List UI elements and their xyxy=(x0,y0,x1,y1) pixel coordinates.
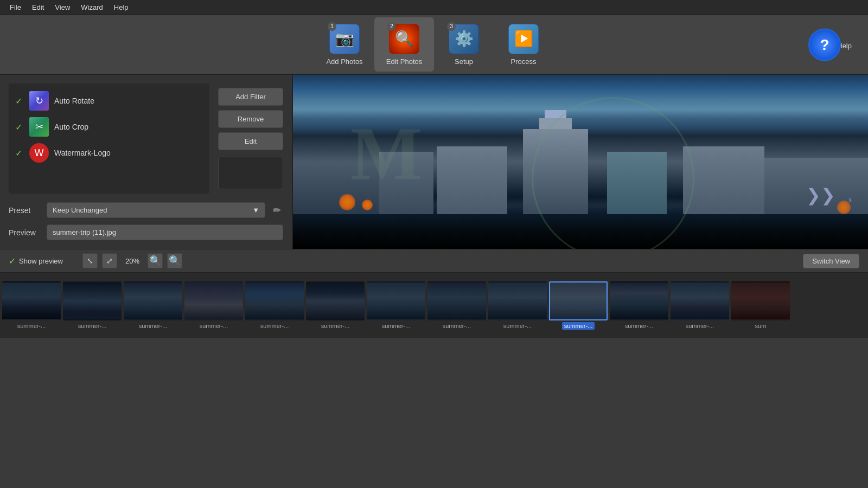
film-label-7: summer-... xyxy=(441,322,474,330)
preview-input[interactable] xyxy=(47,224,283,240)
film-item-3[interactable]: summer-... xyxy=(184,281,243,330)
preset-row: Preset Keep Unchanged ▼ ✏ xyxy=(9,202,283,218)
process-icon: ▶️ xyxy=(508,24,539,54)
fit-screen-button[interactable]: ⤡ xyxy=(82,253,98,268)
filter-thumb-auto-rotate: ↻ xyxy=(29,91,49,111)
check-watermark: ✓ xyxy=(15,148,24,158)
film-label-1: summer-... xyxy=(76,322,109,330)
preset-label: Preset xyxy=(9,206,41,215)
remove-button[interactable]: Remove xyxy=(218,110,283,128)
toolbar-edit-photos[interactable]: 🔍 2 Edit Photos xyxy=(374,17,434,72)
film-thumb-6 xyxy=(367,281,425,320)
nav-arrow-small[interactable]: › xyxy=(848,194,852,206)
zoom-in-button[interactable]: 🔍 xyxy=(167,253,182,268)
film-label-9: summer-... xyxy=(562,322,595,330)
show-preview-label: Show preview xyxy=(19,257,63,265)
film-thumb-12 xyxy=(731,281,790,320)
preview-area: M ❯❯ › xyxy=(293,75,868,249)
add-filter-button[interactable]: Add Filter xyxy=(218,88,283,106)
switch-view-button[interactable]: Switch View xyxy=(803,254,859,268)
expand-button[interactable]: ⤢ xyxy=(102,253,117,268)
filter-thumb-watermark: W xyxy=(29,143,49,163)
film-label-3: summer-... xyxy=(197,322,231,330)
film-thumb-3 xyxy=(184,281,243,320)
bokeh-1 xyxy=(339,194,355,210)
filter-list: ✓ ↻ Auto Rotate ✓ ✂ Auto Crop ✓ xyxy=(9,84,209,194)
zoom-out-icon: 🔍 xyxy=(149,255,161,267)
left-panel: ✓ ↻ Auto Rotate ✓ ✂ Auto Crop ✓ xyxy=(0,75,293,249)
filter-thumb-auto-crop: ✂ xyxy=(29,117,49,137)
filmstrip: summer-... summer-... summer-... summer-… xyxy=(0,273,868,338)
menu-edit[interactable]: Edit xyxy=(27,2,49,12)
preset-value: Keep Unchanged xyxy=(53,206,107,214)
filter-name-auto-rotate: Auto Rotate xyxy=(54,97,94,105)
film-thumb-1 xyxy=(63,281,122,320)
menu-help[interactable]: Help xyxy=(108,2,134,12)
film-label-10: summer-... xyxy=(623,322,656,330)
check-auto-crop: ✓ xyxy=(15,122,24,132)
building-right2 xyxy=(683,146,764,214)
add-photos-icon: 📷 1 xyxy=(329,24,360,54)
filter-item-auto-rotate[interactable]: ✓ ↻ Auto Rotate xyxy=(9,88,209,114)
nav-arrow-right[interactable]: ❯❯ xyxy=(806,185,835,206)
film-item-8[interactable]: summer-... xyxy=(488,281,547,330)
filter-item-watermark[interactable]: ✓ W Watermark-Logo xyxy=(9,140,209,166)
film-item-9[interactable]: summer-... xyxy=(549,281,608,330)
step-badge-2: 2 xyxy=(387,22,396,31)
preview-row: Preview xyxy=(9,224,283,240)
menu-bar: File Edit View Wizard Help xyxy=(0,0,868,15)
menu-wizard[interactable]: Wizard xyxy=(75,2,108,12)
film-label-11: summer-... xyxy=(684,322,717,330)
menu-view[interactable]: View xyxy=(49,2,75,12)
film-thumb-9 xyxy=(549,281,608,320)
film-item-10[interactable]: summer-... xyxy=(610,281,668,330)
filters-row: ✓ ↻ Auto Rotate ✓ ✂ Auto Crop ✓ xyxy=(9,84,283,194)
main-content: ✓ ↻ Auto Rotate ✓ ✂ Auto Crop ✓ xyxy=(0,75,868,249)
fit-icon: ⤡ xyxy=(87,256,93,265)
film-label-6: summer-... xyxy=(380,322,413,330)
zoom-out-button[interactable]: 🔍 xyxy=(148,253,163,268)
edit-button[interactable]: Edit xyxy=(218,132,283,150)
film-item-0[interactable]: summer-... xyxy=(2,281,61,330)
film-label-0: summer-... xyxy=(15,322,48,330)
film-item-12[interactable]: sum xyxy=(731,281,790,330)
filter-buttons: Add Filter Remove Edit xyxy=(212,84,283,194)
zoom-controls: ⤡ ⤢ 20% 🔍 🔍 xyxy=(82,253,182,268)
zoom-percent: 20% xyxy=(122,257,143,265)
film-label-2: summer-... xyxy=(137,322,170,330)
film-item-11[interactable]: summer-... xyxy=(671,281,729,330)
show-preview-toggle[interactable]: ✓ Show preview xyxy=(9,256,63,266)
preset-dropdown-arrow: ▼ xyxy=(252,206,259,214)
film-item-4[interactable]: summer-... xyxy=(245,281,304,330)
check-auto-rotate: ✓ xyxy=(15,96,24,106)
film-label-5: summer-... xyxy=(319,322,352,330)
process-label: Process xyxy=(511,57,537,66)
toolbar-process[interactable]: ▶️ Process xyxy=(494,17,553,72)
help-button[interactable]: ? xyxy=(808,28,841,61)
zoom-in-icon: 🔍 xyxy=(169,255,181,267)
edit-photos-icon: 🔍 2 xyxy=(389,24,419,54)
film-item-2[interactable]: summer-... xyxy=(124,281,182,330)
watermark-text: M xyxy=(350,110,422,197)
film-thumb-7 xyxy=(427,281,486,320)
preset-edit-button[interactable]: ✏ xyxy=(271,204,283,216)
film-thumb-8 xyxy=(488,281,547,320)
toolbar: 📷 1 Add Photos 🔍 2 Edit Photos ⚙️ 3 Setu… xyxy=(0,15,868,75)
expand-icon: ⤢ xyxy=(106,256,113,265)
film-thumb-11 xyxy=(671,281,729,320)
menu-file[interactable]: File xyxy=(4,2,27,12)
film-item-5[interactable]: summer-... xyxy=(306,281,365,330)
help-section: ? Help xyxy=(837,40,852,50)
film-item-7[interactable]: summer-... xyxy=(427,281,486,330)
help-icon: ? xyxy=(820,36,829,53)
preview-label: Preview xyxy=(9,228,41,237)
toolbar-setup[interactable]: ⚙️ 3 Setup xyxy=(434,17,494,72)
toolbar-add-photos[interactable]: 📷 1 Add Photos xyxy=(315,17,374,72)
film-item-6[interactable]: summer-... xyxy=(367,281,425,330)
filter-name-auto-crop: Auto Crop xyxy=(54,123,88,131)
preset-select[interactable]: Keep Unchanged ▼ xyxy=(47,202,265,218)
filter-preview-box xyxy=(218,157,283,189)
filter-item-auto-crop[interactable]: ✓ ✂ Auto Crop xyxy=(9,114,209,140)
film-item-1[interactable]: summer-... xyxy=(63,281,122,330)
show-preview-checkbox: ✓ xyxy=(9,256,16,266)
